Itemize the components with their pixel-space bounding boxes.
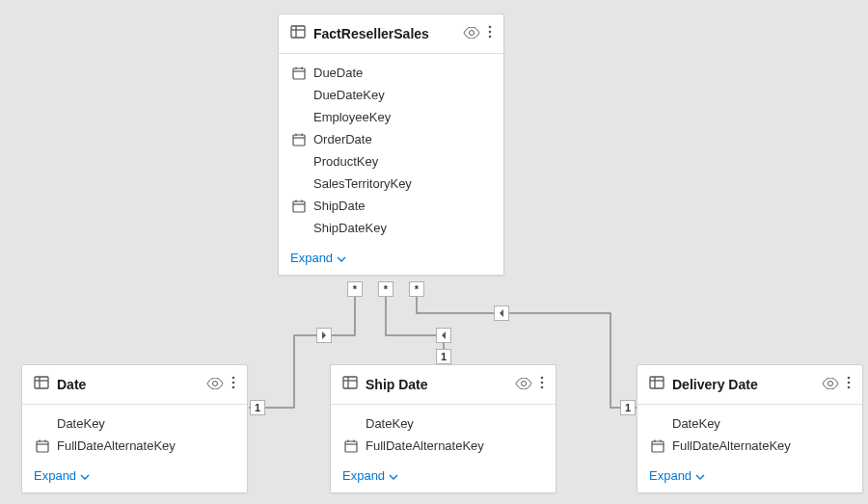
field-row[interactable]: EmployeeKey [290, 106, 492, 128]
field-label: DateKey [366, 416, 414, 431]
field-list: DateKeyFullDateAlternateKey [22, 405, 247, 461]
field-label: FullDateAlternateKey [366, 438, 484, 453]
calendar-icon [290, 133, 308, 146]
table-icon [290, 24, 306, 43]
expand-button[interactable]: Expand [637, 461, 862, 492]
field-label: ProductKey [313, 154, 378, 169]
svg-point-36 [541, 386, 544, 389]
expand-label: Expand [649, 468, 692, 483]
field-row[interactable]: FullDateAlternateKey [34, 435, 235, 457]
field-row[interactable]: SalesTerritoryKey [290, 172, 492, 195]
field-label: EmployeeKey [313, 110, 391, 124]
more-options-icon[interactable] [488, 25, 492, 42]
calendar-icon [649, 439, 666, 453]
svg-point-33 [522, 382, 527, 386]
calendar-icon [290, 199, 308, 213]
field-row[interactable]: DueDate [290, 62, 492, 84]
more-options-icon[interactable] [540, 376, 544, 393]
filter-direction-arrow-2 [436, 328, 451, 343]
field-label: ShipDateKey [313, 221, 387, 235]
filter-direction-arrow-1 [316, 328, 332, 343]
filter-direction-arrow-3 [494, 305, 509, 321]
svg-point-3 [470, 31, 475, 36]
field-label: DueDateKey [313, 88, 385, 102]
calendar-icon [34, 439, 51, 453]
table-card-date[interactable]: Date DateKeyFullDateAlternateKey Expand [21, 364, 248, 493]
svg-point-46 [848, 382, 851, 385]
field-label: FullDateAlternateKey [57, 438, 176, 453]
chevron-down-icon [389, 468, 398, 483]
svg-point-4 [489, 26, 492, 29]
svg-rect-48 [652, 441, 664, 452]
svg-point-22 [213, 382, 218, 386]
visibility-icon[interactable] [206, 376, 224, 393]
cardinality-many-1: * [347, 281, 363, 297]
more-options-icon[interactable] [231, 376, 235, 393]
expand-label: Expand [342, 468, 385, 483]
table-title: FactResellerSales [313, 26, 463, 41]
chevron-down-icon [80, 468, 90, 483]
svg-point-34 [541, 377, 544, 380]
table-title: Delivery Date [672, 377, 822, 392]
field-label: OrderDate [313, 132, 372, 146]
calendar-icon [342, 439, 360, 453]
svg-rect-0 [291, 26, 305, 38]
calendar-icon [290, 66, 308, 80]
svg-point-45 [848, 377, 851, 380]
svg-point-35 [541, 382, 544, 385]
table-card-shipdate[interactable]: Ship Date DateKeyFullDateAlternateKey Ex… [330, 364, 556, 493]
cardinality-one-2: 1 [436, 349, 451, 364]
field-label: ShipDate [313, 199, 365, 213]
field-row[interactable]: DateKey [649, 412, 851, 435]
expand-button[interactable]: Expand [331, 461, 556, 492]
svg-rect-19 [35, 377, 48, 388]
field-label: DateKey [672, 416, 720, 431]
svg-point-25 [232, 386, 235, 389]
field-row[interactable]: ShipDateKey [290, 217, 492, 239]
svg-rect-15 [293, 201, 305, 212]
table-icon [34, 375, 49, 394]
expand-button[interactable]: Expand [22, 461, 247, 492]
field-row[interactable]: DateKey [342, 412, 544, 435]
svg-rect-7 [293, 68, 305, 79]
field-row[interactable]: DateKey [34, 412, 235, 435]
svg-point-47 [848, 386, 851, 389]
expand-label: Expand [290, 251, 333, 265]
more-options-icon[interactable] [847, 376, 851, 393]
table-card-factresellersales[interactable]: FactResellerSales DueDateDueDateKeyEmplo… [278, 13, 504, 276]
cardinality-many-2: * [378, 281, 393, 297]
field-row[interactable]: FullDateAlternateKey [649, 435, 851, 457]
field-row[interactable]: OrderDate [290, 128, 492, 150]
field-label: DateKey [57, 416, 105, 431]
field-row[interactable]: ProductKey [290, 150, 492, 172]
expand-button[interactable]: Expand [279, 243, 503, 275]
svg-rect-37 [345, 441, 357, 452]
field-row[interactable]: DueDateKey [290, 84, 492, 106]
svg-rect-26 [37, 441, 48, 452]
field-list: DateKeyFullDateAlternateKey [331, 405, 556, 461]
visibility-icon[interactable] [515, 376, 532, 393]
field-label: FullDateAlternateKey [672, 438, 791, 453]
svg-rect-30 [343, 377, 357, 388]
visibility-icon[interactable] [822, 376, 839, 393]
svg-point-23 [232, 377, 235, 380]
cardinality-many-3: * [409, 281, 424, 297]
table-title: Date [57, 377, 206, 392]
field-row[interactable]: FullDateAlternateKey [342, 435, 544, 457]
table-icon [342, 375, 358, 394]
visibility-icon[interactable] [463, 25, 480, 42]
svg-point-5 [489, 31, 492, 34]
chevron-down-icon [695, 468, 705, 483]
table-icon [649, 375, 665, 394]
chevron-down-icon [337, 251, 346, 265]
cardinality-one-3: 1 [620, 400, 636, 415]
field-label: SalesTerritoryKey [313, 176, 412, 191]
field-label: DueDate [313, 66, 363, 80]
svg-point-24 [232, 382, 235, 385]
expand-label: Expand [34, 468, 76, 483]
svg-rect-11 [293, 135, 305, 146]
table-card-deliverydate[interactable]: Delivery Date DateKeyFullDateAlternateKe… [637, 364, 863, 493]
field-list: DueDateDueDateKeyEmployeeKeyOrderDatePro… [279, 54, 503, 243]
table-title: Ship Date [366, 377, 515, 392]
field-row[interactable]: ShipDate [290, 195, 492, 217]
